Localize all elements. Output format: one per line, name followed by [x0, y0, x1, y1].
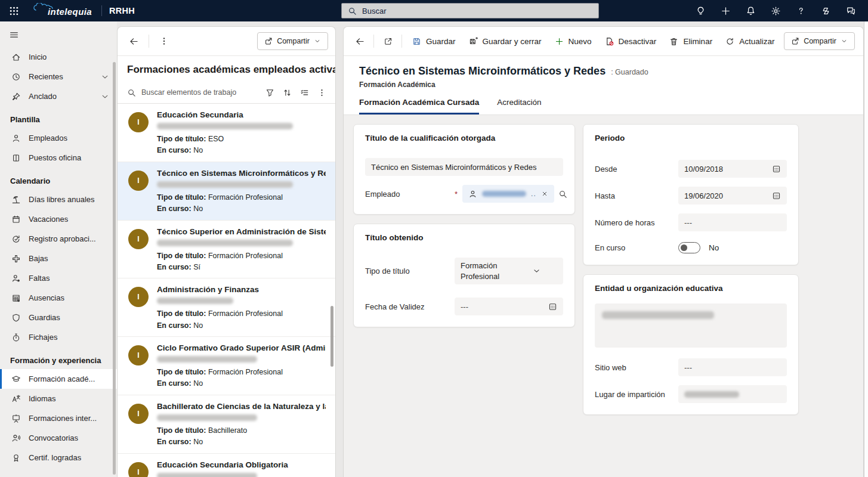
- record-tipo: Tipo de título: ESO: [157, 134, 293, 145]
- sidebar-item-d-as-libres-anuales[interactable]: Días libres anuales: [0, 190, 117, 209]
- sidebar-item-convocatorias[interactable]: Convocatorias: [0, 428, 117, 448]
- sidebar-item-label: Guardias: [29, 313, 60, 322]
- filter-button[interactable]: [261, 83, 279, 102]
- calendar-icon[interactable]: [548, 302, 557, 311]
- sidebar-item-ausencias[interactable]: Ausencias: [0, 288, 117, 308]
- card-titulo-obtenido: Título obtenido Tipo de título Formación…: [353, 224, 575, 327]
- waffle-icon: [9, 6, 19, 16]
- sidebar-scrollbar[interactable]: [113, 62, 116, 475]
- global-search-box[interactable]: Buscar: [341, 3, 599, 18]
- chevron-down-icon: [100, 92, 110, 101]
- cross-icon: [11, 254, 21, 264]
- feedback-button[interactable]: [838, 0, 863, 21]
- entidad-field[interactable]: [595, 303, 787, 348]
- hasta-field[interactable]: 19/06/2020: [678, 187, 787, 205]
- add-button[interactable]: [713, 0, 738, 21]
- command-deactivate[interactable]: Desactivar: [598, 31, 663, 51]
- sidebar-item-faltas[interactable]: Faltas: [0, 268, 117, 288]
- list-item[interactable]: IBachillerato de Ciencias de la Naturale…: [118, 395, 335, 454]
- list-share-button[interactable]: Compartir: [257, 32, 328, 50]
- refresh-icon: [725, 37, 734, 46]
- sidebar-item-puestos-oficina[interactable]: Puestos oficina: [0, 148, 117, 168]
- lookup-search-icon[interactable]: [558, 190, 567, 199]
- form-share-button[interactable]: Compartir: [784, 32, 855, 50]
- list-item[interactable]: IEducación Secundaria Obligatoria: [118, 454, 335, 477]
- collapse-sitemap-button[interactable]: [9, 30, 19, 40]
- list-item[interactable]: IEducación SecundariaTipo de título: ESO…: [118, 104, 335, 162]
- list-search-input[interactable]: Buscar elementos de trabajo: [141, 88, 261, 97]
- fecha-validez-field[interactable]: ---: [455, 298, 563, 315]
- notifications-button[interactable]: [738, 0, 763, 21]
- more-commands-button[interactable]: [313, 83, 330, 102]
- open-in-new-window-button[interactable]: [378, 32, 398, 51]
- view-title[interactable]: Formaciones académicas empleados activas: [118, 56, 335, 82]
- tab-formaci-n-acad-mica-cursada[interactable]: Formación Académica Cursada: [359, 98, 479, 114]
- record-title: Bachillerato de Ciencias de la Naturalez…: [157, 402, 326, 411]
- lugar-imparticion-field[interactable]: [678, 385, 787, 403]
- sidebar-item-empleados[interactable]: Empleados: [0, 128, 117, 148]
- command-save-and-close[interactable]: Guardar y cerrar: [462, 31, 548, 51]
- app-launcher-button[interactable]: [0, 0, 27, 21]
- sidebar-item-formaci-n-acad[interactable]: Formación acadé...: [0, 369, 117, 389]
- numero-horas-field[interactable]: ---: [678, 213, 787, 231]
- back-button[interactable]: [123, 32, 144, 51]
- sidebar-item-bajas[interactable]: Bajas: [0, 249, 117, 268]
- list-item[interactable]: ITécnico en Sistemas Microinformáticos y…: [118, 162, 335, 221]
- desde-field[interactable]: 10/09/2018: [678, 160, 787, 178]
- list-item[interactable]: ICiclo Formativo Grado Superior ASIR (Ad…: [118, 337, 335, 395]
- en-curso-toggle[interactable]: [678, 242, 700, 253]
- help-button[interactable]: [788, 0, 813, 21]
- titulo-cualificacion-value: Técnico en Sistemas Microinformáticos y …: [371, 163, 557, 172]
- record-avatar: I: [128, 171, 149, 191]
- command-new[interactable]: Nuevo: [548, 31, 598, 51]
- approve-icon: [11, 234, 21, 244]
- command-refresh[interactable]: Actualizar: [719, 31, 781, 51]
- sidebar-scrollbar-thumb[interactable]: [113, 62, 116, 475]
- tipo-titulo-select[interactable]: Formación Profesional: [455, 258, 563, 284]
- sidebar-item-label: Convocatorias: [29, 433, 78, 442]
- chat-icon: [846, 6, 856, 16]
- brand-logo[interactable]: intelequia: [27, 4, 101, 18]
- sidebar-item-vacaciones[interactable]: Vacaciones: [0, 209, 117, 229]
- employee-name-redacted: [157, 123, 293, 129]
- sidebar-item-recientes[interactable]: Recientes: [0, 67, 117, 86]
- sidebar-item-certif-logradas[interactable]: Certif. logradas: [0, 448, 117, 467]
- titulo-cualificacion-field[interactable]: Técnico en Sistemas Microinformáticos y …: [365, 158, 563, 176]
- settings-button[interactable]: [763, 0, 788, 21]
- command-label: Eliminar: [683, 37, 712, 46]
- sidebar-item-guardias[interactable]: Guardias: [0, 308, 117, 327]
- bulb-icon: [696, 6, 706, 16]
- list-item[interactable]: IAdministración y FinanzasTipo de título…: [118, 278, 335, 337]
- card-header: Periodo: [595, 134, 787, 143]
- sidebar-item-idiomas[interactable]: Idiomas: [0, 389, 117, 408]
- sidebar-item-label: Faltas: [29, 274, 50, 283]
- list-item[interactable]: ITécnico Superior en Administración de S…: [118, 221, 335, 279]
- sidebar-item-inicio[interactable]: Inicio: [0, 47, 117, 67]
- sidebar-item-label: Puestos oficina: [29, 153, 81, 162]
- sidebar-item-formaciones-inter[interactable]: Formaciones inter...: [0, 408, 117, 428]
- sitemap-sidebar: InicioRecientesAncladoPlantillaEmpleados…: [0, 21, 117, 477]
- sidebar-item-registro-aprobaci[interactable]: Registro aprobaci...: [0, 229, 117, 249]
- share-label: Compartir: [804, 37, 836, 45]
- empleado-lookup-field[interactable]: ..: [462, 185, 554, 203]
- sidebar-item-anclado[interactable]: Anclado: [0, 86, 117, 106]
- command-delete[interactable]: Eliminar: [663, 31, 719, 51]
- sort-button[interactable]: [279, 83, 296, 102]
- select-multiple-button[interactable]: [296, 83, 313, 102]
- app-name[interactable]: RRHH: [109, 6, 135, 16]
- calendar-icon[interactable]: [772, 165, 781, 174]
- calendar-icon[interactable]: [772, 191, 781, 200]
- more-options-button[interactable]: [154, 32, 174, 51]
- command-save[interactable]: Guardar: [406, 31, 462, 51]
- ideas-button[interactable]: [688, 0, 713, 21]
- clear-lookup-icon[interactable]: [541, 190, 548, 197]
- sitio-web-field[interactable]: ---: [678, 358, 787, 376]
- sidebar-group-title: Calendario: [0, 168, 117, 190]
- sidebar-item-fichajes[interactable]: Fichajes: [0, 327, 117, 347]
- list-scrollbar[interactable]: [330, 306, 333, 367]
- back-button[interactable]: [350, 32, 370, 51]
- gear-icon: [771, 6, 781, 16]
- power-platform-button[interactable]: [813, 0, 838, 21]
- record-header: Técnico en Sistemas Microinformáticos y …: [344, 56, 863, 115]
- tab-acreditaci-n[interactable]: Acreditación: [497, 98, 541, 114]
